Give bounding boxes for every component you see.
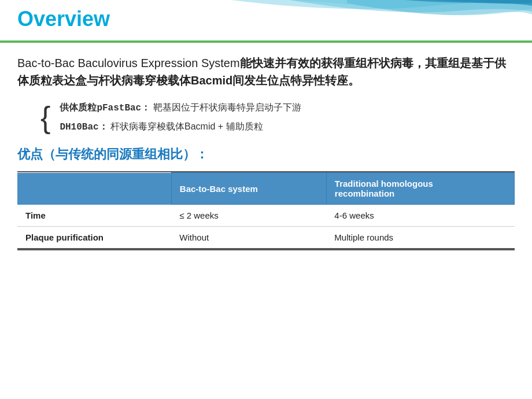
table-cell-row1-col0: Time	[17, 205, 171, 227]
table-header-row: Bac-to-Bac system Traditional homologous…	[17, 173, 515, 205]
table-row: Plaque purification Without Multiple rou…	[17, 227, 515, 249]
table-header-col2: Traditional homologousrecombination	[326, 173, 514, 205]
comparison-table-wrapper: Bac-to-Bac system Traditional homologous…	[17, 171, 515, 250]
comparison-table: Bac-to-Bac system Traditional homologous…	[17, 172, 515, 249]
left-bracket-symbol: {	[40, 102, 50, 132]
advantages-title: 优点（与传统的同源重组相比）：	[17, 146, 515, 163]
bracket-list: { 供体质粒pFastBac： 靶基因位于杆状病毒特异启动子下游 DH10Bac…	[40, 101, 515, 134]
bracket-items-container: 供体质粒pFastBac： 靶基因位于杆状病毒特异启动子下游 DH10Bac： …	[60, 101, 301, 134]
table-cell-row2-col1: Without	[171, 227, 326, 249]
item2-label: DH10Bac：	[60, 122, 108, 132]
header: Overview	[0, 0, 532, 40]
main-content: Bac-to-Bac Baculovirus Expression System…	[0, 43, 532, 262]
intro-paragraph: Bac-to-Bac Baculovirus Expression System…	[17, 54, 515, 89]
item1-label: 供体质粒pFastBac：	[60, 103, 150, 113]
intro-text-prefix: Bac-to-Bac Baculovirus Expression System	[17, 57, 240, 69]
table-cell-row1-col1: ≤ 2 weeks	[171, 205, 326, 227]
table-cell-row2-col0: Plaque purification	[17, 227, 171, 249]
table-cell-row1-col2: 4-6 weeks	[326, 205, 514, 227]
list-item: DH10Bac： 杆状病毒穿梭载体Bacmid + 辅助质粒	[60, 120, 301, 134]
item1-desc: 靶基因位于杆状病毒特异启动子下游	[153, 102, 301, 112]
item2-desc: 杆状病毒穿梭载体Bacmid + 辅助质粒	[110, 121, 263, 131]
table-header-col0	[17, 173, 171, 205]
table-header-col1: Bac-to-Bac system	[171, 173, 326, 205]
page-title: Overview	[17, 7, 110, 31]
table-cell-row2-col2: Multiple rounds	[326, 227, 514, 249]
list-item: 供体质粒pFastBac： 靶基因位于杆状病毒特异启动子下游	[60, 101, 301, 115]
table-row: Time ≤ 2 weeks 4-6 weeks	[17, 205, 515, 227]
